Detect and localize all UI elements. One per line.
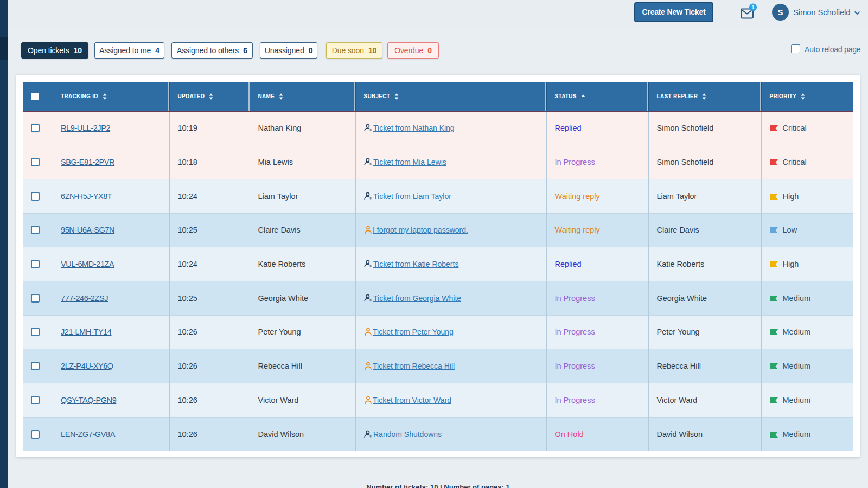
svg-text:1: 1 xyxy=(751,4,755,10)
